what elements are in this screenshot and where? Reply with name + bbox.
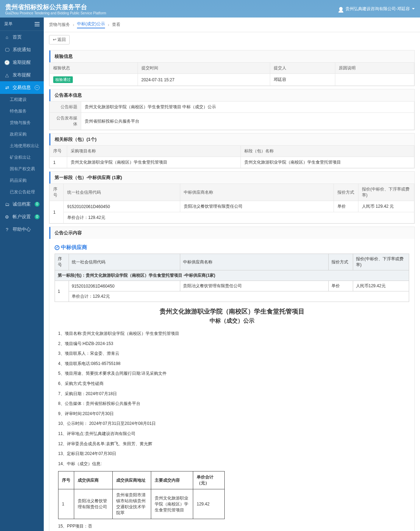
panel-title: 核验信息: [49, 50, 414, 62]
sidebar-sub-item[interactable]: 国有产权交易: [0, 163, 44, 175]
doc-line: 6、采购方式:竞争性磋商: [58, 380, 406, 388]
value: 贵州文化旅游职业学院（南校区）学生食堂托管项目 中标（成交）公示: [81, 102, 414, 113]
sidebar-sub-item[interactable]: 特色服务: [0, 105, 44, 117]
document-subtitle: 中标（成交）公示: [55, 317, 409, 325]
user-menu[interactable]: 贵州弘典建设咨询有限公司-邓廷容: [339, 6, 415, 12]
basic-panel: 公告基本信息 公告标题贵州文化旅游职业学院（南校区）学生食堂托管项目 中标（成交…: [49, 89, 415, 130]
doc-line: 3、项目联系人：宋金委、滑青云: [58, 350, 406, 358]
label: 公告发布媒体: [50, 113, 81, 130]
sidebar-icon: 🗂: [4, 202, 10, 207]
sidebar-item[interactable]: ⌂首页: [0, 31, 44, 43]
menu-label: 菜单: [4, 21, 13, 27]
sidebar-item[interactable]: 🗂诚信档案0: [0, 198, 44, 211]
sidebar-sub-item[interactable]: 已发公告处理: [0, 186, 44, 198]
menu-toggle-icon[interactable]: [35, 22, 40, 26]
doc-line: 9、评审时间:2024年07月30日: [58, 410, 406, 418]
sidebar-item[interactable]: ⚙帐户设置0: [0, 211, 44, 223]
badge: 0: [35, 214, 40, 219]
doc-line: 12、评审委员会成员名单:袁辉飞、朱田芳、黄允辉: [58, 440, 406, 448]
th: 中标供应商名称: [180, 254, 329, 270]
sidebar-icon: ⇄: [4, 85, 10, 90]
status-badge: 核验通过: [53, 76, 73, 83]
sidebar-item[interactable]: ⇄交易信息−: [0, 81, 44, 94]
th: 序号: [50, 146, 67, 157]
sidebar-sub-item[interactable]: 药品采购: [0, 175, 44, 186]
th: 成交供应商地址: [113, 471, 151, 489]
td: 人民币129.42元: [353, 281, 409, 291]
doc-line: 2、项目编号:HDZB-2024-153: [58, 340, 406, 348]
submit-time: 2024-07-31 15:27: [138, 74, 270, 86]
sidebar-sub-item[interactable]: 矿业权出让: [0, 152, 44, 163]
th: 提交时间: [138, 63, 270, 74]
th: 标段（包）名称: [241, 146, 414, 157]
th: 中标供应商名称: [180, 184, 334, 201]
td: 91520102061D460450: [69, 281, 180, 291]
sidebar-item[interactable]: 🖵系统通知: [0, 43, 44, 56]
chevron-right-icon: ›: [108, 22, 109, 27]
app-header: 贵州省招标投标公共服务平台 GuiZhou Province Tendering…: [0, 0, 420, 18]
sidebar-sub-item[interactable]: 政府采购: [0, 129, 44, 140]
winner-heading: 中标供应商: [55, 244, 409, 251]
sidebar-item-label: 帐户设置: [13, 214, 31, 220]
sidebar-item[interactable]: △发布提醒: [0, 69, 44, 81]
td: 贵州文化旅游职业学院（南校区）学生食堂托管项目: [241, 157, 414, 168]
td: 贵阳冶义餐饮管理有限责任公司: [180, 281, 329, 291]
th: 提交人: [270, 63, 335, 74]
td: 单价: [334, 201, 358, 212]
verify-panel: 核验信息 核验状态 提交时间 提交人 原因说明 核验通过 2024-07-31 …: [49, 50, 415, 86]
th: 核验状态: [50, 63, 138, 74]
sidebar: 菜单 ⌂首页🖵系统通知🕘逾期提醒△发布提醒⇄交易信息−工程建设特色服务货物与服务…: [0, 18, 44, 531]
sidebar-item-label: 系统通知: [13, 47, 31, 53]
sidebar-item-label: 首页: [13, 34, 22, 40]
crumb-3: 查看: [112, 22, 120, 28]
check-circle-icon: [55, 245, 59, 250]
td: 单价: [329, 281, 353, 291]
panel-title: 公告基本信息: [49, 89, 414, 101]
value: 贵州省招标投标公共服务平台: [81, 113, 414, 130]
crumb-1[interactable]: 货物与服务: [49, 22, 70, 28]
doc-line: 14、中标（成交）信息:: [58, 460, 406, 468]
sidebar-item-label: 帮助中心: [13, 226, 31, 233]
panel-title: 相关标段（包）(1个): [49, 133, 414, 145]
back-button[interactable]: 返回: [49, 35, 70, 44]
suppliers-panel: 第一标段（包）-中标供应商 (1家) 序号 统一社会信用代码 中标供应商名称 报…: [49, 171, 415, 224]
th: 采购项目名称: [67, 146, 241, 157]
td: 贵阳冶义餐饮管理有限责任公司: [74, 489, 113, 519]
sidebar-icon: ⌂: [4, 35, 10, 40]
reason: [335, 74, 414, 86]
caret-down-icon: [412, 8, 415, 9]
td: 1: [58, 489, 74, 519]
doc-line: 13、定标日期:2024年07月30日: [58, 450, 406, 458]
panel-title: 第一标段（包）-中标供应商 (1家): [49, 172, 414, 184]
doc-line: 11、评审地点:贵州弘典建设咨询有限公司: [58, 430, 406, 438]
sidebar-item[interactable]: ?帮助中心: [0, 223, 44, 236]
td-total: 单价合计：129.42元: [69, 291, 409, 302]
sidebar-item-label: 交易信息: [13, 84, 31, 91]
sidebar-item-label: 逾期提醒: [13, 59, 31, 65]
app-title: 贵州省招标投标公共服务平台: [5, 3, 106, 11]
sidebar-icon: 🕘: [4, 60, 10, 65]
td: 1: [50, 157, 67, 168]
sidebar-sub-item[interactable]: 货物与服务: [0, 117, 44, 129]
sidebar-icon: △: [4, 73, 10, 78]
sidebar-sub-item[interactable]: 工程建设: [0, 94, 44, 105]
doc-line: 1、项目名称:贵州文化旅游职业学院（南校区）学生食堂托管项目: [58, 330, 406, 338]
th: 报价方式: [334, 184, 358, 201]
sidebar-sub-item[interactable]: 土地使用权出让: [0, 140, 44, 152]
th: 单价合计（元）: [193, 471, 225, 489]
sidebar-item[interactable]: 🕘逾期提醒: [0, 56, 44, 69]
label: 公告标题: [50, 102, 81, 113]
td: 人民币 129.42 元: [358, 201, 414, 212]
notice-panel: 公告公示内容 中标供应商 第一标段(包)：贵州文化旅游职业学院（南校区）学生食堂…: [49, 227, 415, 531]
th: 报价(中标价、下浮率或费率): [353, 254, 409, 270]
td: 91520102061D460450: [64, 201, 180, 212]
th: 统一社会信用代码: [69, 254, 180, 270]
doc-line: 7、采购日期：2024年07月18日: [58, 390, 406, 398]
collapse-icon[interactable]: −: [35, 85, 40, 90]
content-area: 货物与服务 › 中标(成交)公示 › 查看 返回 核验信息 核验状态 提交时间 …: [44, 18, 420, 531]
sidebar-icon: 🖵: [4, 47, 10, 53]
th: 成交供应商: [74, 471, 113, 489]
crumb-2[interactable]: 中标(成交)公示: [77, 21, 105, 28]
td: 129.42: [193, 489, 225, 519]
doc-line: 5、项目用途、简要技术要求及合同履行日期:详见采购文件: [58, 370, 406, 378]
